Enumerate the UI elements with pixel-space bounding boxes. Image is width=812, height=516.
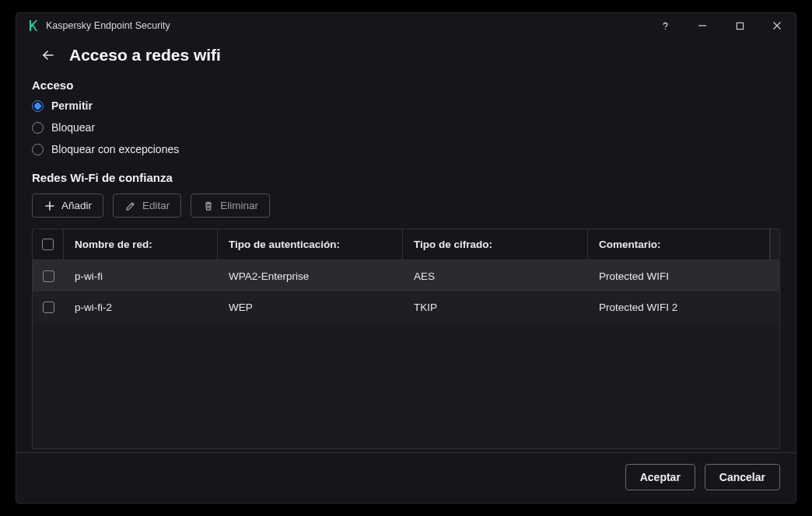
radio-icon (32, 122, 44, 134)
edit-label: Editar (142, 200, 170, 211)
trusted-networks-table: Nombre de red: Tipo de autenticación: Ti… (32, 228, 780, 449)
radio-label: Bloquear (51, 121, 95, 134)
cell-comment: Protected WIFI 2 (588, 291, 779, 322)
radio-icon (32, 144, 44, 155)
app-title: Kaspersky Endpoint Security (46, 20, 657, 31)
page-header: Acceso a redes wifi (32, 46, 780, 64)
content-area: Acceso a redes wifi Acceso Permitir Bloq… (16, 38, 796, 452)
cell-auth: WPA2-Enterprise (218, 260, 403, 291)
row-checkbox-cell[interactable] (33, 291, 64, 322)
cell-name: p-wi-fi (64, 260, 218, 291)
checkbox-icon (42, 239, 54, 250)
titlebar: Kaspersky Endpoint Security (16, 13, 796, 38)
back-arrow-icon[interactable] (40, 47, 57, 64)
scrollbar-gutter (770, 229, 779, 260)
radio-label: Permitir (51, 99, 93, 112)
header-checkbox-cell[interactable] (33, 229, 64, 260)
add-button[interactable]: Añadir (32, 194, 103, 218)
radio-block-exceptions[interactable]: Bloquear con excepciones (32, 143, 780, 155)
kaspersky-logo-icon (27, 19, 40, 32)
trusted-section-label: Redes Wi-Fi de confianza (32, 171, 780, 184)
app-window: Kaspersky Endpoint Security (16, 12, 796, 504)
window-controls (657, 18, 789, 33)
table-header-row: Nombre de red: Tipo de autenticación: Ti… (33, 229, 779, 260)
table-row[interactable]: p-wi-fi WPA2-Enterprise AES Protected WI… (33, 260, 779, 291)
delete-label: Eliminar (220, 200, 258, 211)
table-toolbar: Añadir Editar Eliminar (32, 194, 780, 218)
pencil-icon (124, 200, 136, 211)
radio-label: Bloquear con excepciones (51, 143, 179, 155)
help-icon[interactable] (657, 18, 673, 33)
edit-button[interactable]: Editar (113, 194, 181, 218)
radio-icon (32, 100, 44, 112)
cell-comment: Protected WIFI (588, 260, 779, 291)
access-section-label: Acceso (32, 78, 780, 92)
svg-rect-2 (737, 23, 743, 29)
checkbox-icon (43, 302, 54, 313)
cell-name: p-wi-fi-2 (64, 291, 218, 322)
minimize-icon[interactable] (695, 18, 710, 33)
table-row[interactable]: p-wi-fi-2 WEP TKIP Protected WIFI 2 (33, 291, 779, 322)
cell-enc: TKIP (403, 291, 588, 322)
radio-permit[interactable]: Permitir (32, 99, 780, 112)
delete-button[interactable]: Eliminar (191, 194, 270, 218)
page-title: Acceso a redes wifi (69, 46, 221, 64)
row-checkbox-cell[interactable] (33, 260, 64, 291)
close-icon[interactable] (769, 18, 785, 33)
svg-point-0 (664, 28, 665, 29)
cell-enc: AES (403, 260, 588, 291)
header-name[interactable]: Nombre de red: (64, 229, 218, 260)
table-body: p-wi-fi WPA2-Enterprise AES Protected WI… (33, 260, 779, 448)
cancel-button[interactable]: Cancelar (705, 464, 780, 490)
header-comment[interactable]: Comentario: (588, 229, 770, 260)
ok-button[interactable]: Aceptar (625, 464, 695, 490)
maximize-icon[interactable] (732, 18, 747, 33)
header-auth[interactable]: Tipo de autenticación: (218, 229, 403, 260)
add-label: Añadir (61, 200, 92, 211)
radio-block[interactable]: Bloquear (32, 121, 780, 134)
dialog-footer: Aceptar Cancelar (16, 452, 796, 503)
plus-icon (44, 200, 55, 211)
trash-icon (202, 200, 214, 211)
header-enc[interactable]: Tipo de cifrado: (403, 229, 588, 260)
access-radio-group: Permitir Bloquear Bloquear con excepcion… (32, 99, 780, 155)
cell-auth: WEP (218, 291, 403, 322)
checkbox-icon (43, 270, 54, 282)
